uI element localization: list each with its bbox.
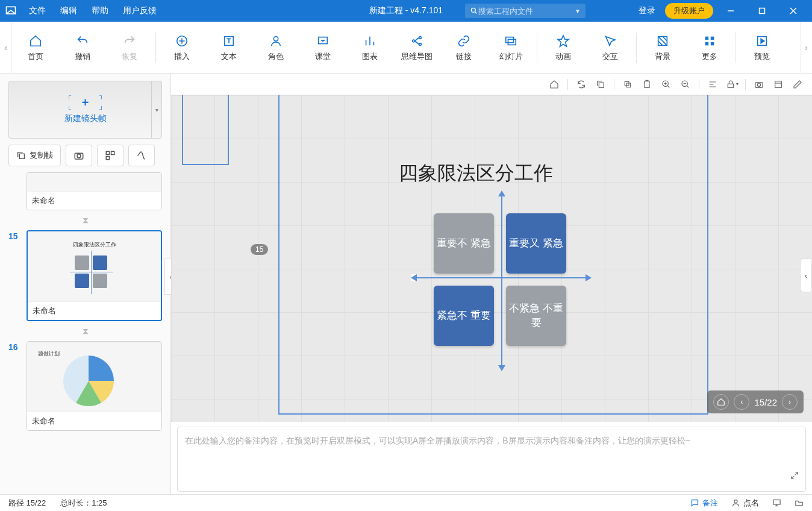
note-icon (690, 498, 699, 507)
search-input[interactable] (478, 7, 563, 16)
insert-button[interactable]: 插入 (158, 27, 205, 69)
new-frame-label: 新建镜头帧 (64, 113, 107, 124)
pager-home[interactable] (713, 394, 729, 410)
camera-icon (754, 80, 764, 89)
present-button[interactable] (772, 498, 781, 507)
quad-box-4[interactable]: 不紧急 不重要 (506, 286, 566, 346)
paste-tool[interactable] (639, 76, 655, 93)
template-tool[interactable] (770, 76, 787, 93)
lock-icon (726, 80, 735, 89)
new-frame-button[interactable]: ┌┐ └┘ + 新建镜头帧 ▾ (8, 81, 162, 139)
menu-file[interactable]: 文件 (22, 5, 53, 16)
chart-button[interactable]: 图表 (346, 27, 393, 69)
zoom-out-button[interactable] (677, 76, 694, 93)
monitor-icon (772, 498, 781, 507)
svg-rect-27 (645, 81, 649, 87)
anim-button[interactable]: 动画 (540, 27, 587, 69)
frame-number: 16 (8, 341, 22, 352)
lock-tool[interactable]: ▾ (723, 76, 740, 93)
rotate-icon (576, 80, 586, 89)
frame-outline (182, 95, 229, 165)
maximize-button[interactable] (748, 0, 776, 22)
svg-rect-24 (599, 83, 604, 87)
remark-toggle[interactable]: 备注 (690, 498, 718, 509)
edit-icon (793, 80, 802, 89)
minimize-button[interactable] (717, 0, 745, 22)
text-button[interactable]: 文本 (205, 27, 252, 69)
pager-prev[interactable]: ‹ (734, 394, 749, 410)
edit-tool[interactable] (789, 76, 806, 93)
path-tool[interactable] (128, 145, 155, 166)
align-tool[interactable] (704, 76, 721, 93)
mini-next-title: 题做计划 (38, 350, 60, 358)
search-box[interactable]: ▼ (465, 4, 586, 18)
home-button[interactable]: 首页 (12, 27, 59, 69)
zoom-in-button[interactable] (658, 76, 675, 93)
preview-button[interactable]: 预览 (739, 27, 785, 69)
notes-area[interactable]: 在此处输入您的备注内容，在预览时开启双屏模式，可以实现A屏全屏播放演示内容，B屏… (177, 427, 806, 492)
quad-box-2[interactable]: 重要又 紧急 (506, 213, 566, 274)
link-button[interactable]: 链接 (440, 27, 487, 69)
quad-box-1[interactable]: 重要不 紧急 (434, 213, 494, 274)
svg-point-8 (419, 36, 422, 39)
cloud-button[interactable] (795, 498, 804, 507)
ribbon-scroll-right[interactable]: › (800, 22, 812, 74)
frame-thumb-current[interactable]: 四象限法区分工作 未命名 (27, 230, 162, 321)
snapshot-tool[interactable] (751, 76, 767, 93)
upgrade-button[interactable]: 升级账户 (665, 3, 713, 19)
path-status: 路径 15/22 (8, 498, 46, 509)
svg-rect-10 (506, 37, 514, 42)
expand-notes-button[interactable] (790, 470, 799, 485)
slides-button[interactable]: 幻灯片 (487, 27, 534, 69)
chevron-down-icon[interactable]: ▼ (575, 8, 581, 14)
svg-point-32 (757, 83, 760, 86)
frame-index-badge: 15 (251, 244, 268, 255)
more-button[interactable]: 更多 (686, 27, 733, 69)
pager-next[interactable]: › (782, 394, 798, 410)
pager-count: 15/22 (754, 397, 777, 407)
class-button[interactable]: 课堂 (299, 27, 346, 69)
canvas-area[interactable]: 15 四象限法区分工作 重要不 紧急 重要又 紧急 紧急不 重要 不紧急 不重要… (171, 95, 812, 422)
rotate-button[interactable] (573, 76, 590, 93)
canvas-home-button[interactable] (546, 76, 563, 93)
mindmap-button[interactable]: 思维导图 (393, 27, 440, 69)
grid-icon (702, 33, 717, 49)
frames-panel: ┌┐ └┘ + 新建镜头帧 ▾ 复制帧 未命名 ⧗ 15 四象限法区分工作 (0, 74, 171, 494)
svg-point-5 (273, 36, 278, 40)
frame-thumb-next[interactable]: 题做计划 未命名 (27, 341, 162, 431)
menu-feedback[interactable]: 用户反馈 (116, 5, 164, 16)
collapse-right-panel[interactable]: ‹ (800, 259, 812, 292)
home-icon (549, 80, 559, 89)
bg-button[interactable]: 背景 (639, 27, 686, 69)
new-frame-dropdown[interactable]: ▾ (151, 81, 162, 139)
redo-button[interactable]: 恢复 (106, 27, 153, 69)
role-button[interactable]: 角色 (252, 27, 299, 69)
mindmap-icon (409, 33, 425, 49)
layers-tool[interactable] (619, 76, 636, 93)
ribbon-scroll-left[interactable]: ‹ (0, 22, 12, 74)
svg-rect-35 (773, 500, 780, 505)
camera-tool[interactable] (66, 145, 92, 166)
redo-icon (122, 33, 137, 49)
login-button[interactable]: 登录 (632, 5, 661, 16)
menu-help[interactable]: 帮助 (84, 5, 116, 16)
rollcall-button[interactable]: 点名 (731, 498, 759, 509)
mini-title: 四象限法区分工作 (28, 241, 161, 249)
close-button[interactable] (779, 0, 807, 22)
slide-title-text[interactable]: 四象限法区分工作 (399, 160, 553, 187)
frame-thumb-prev[interactable]: 未命名 (27, 172, 162, 210)
folder-icon (795, 498, 804, 507)
corner-icon: ┐ (99, 92, 104, 99)
interact-button[interactable]: 交互 (587, 27, 634, 69)
qr-tool[interactable] (97, 145, 123, 166)
undo-button[interactable]: 撤销 (59, 27, 106, 69)
menu-edit[interactable]: 编辑 (53, 5, 84, 16)
expand-icon (790, 471, 799, 480)
hourglass-icon: ⧗ (8, 215, 162, 225)
copy-tool[interactable] (592, 76, 609, 93)
notes-placeholder: 在此处输入您的备注内容，在预览时开启双屏模式，可以实现A屏全屏播放演示内容，B屏… (185, 436, 690, 445)
copy-frame-button[interactable]: 复制帧 (8, 145, 61, 166)
quad-box-3[interactable]: 紧急不 重要 (434, 286, 494, 346)
quadrant-diagram[interactable]: 重要不 紧急 重要又 紧急 紧急不 重要 不紧急 不重要 (430, 210, 572, 352)
canvas-toolbar: ▾ (171, 74, 812, 95)
